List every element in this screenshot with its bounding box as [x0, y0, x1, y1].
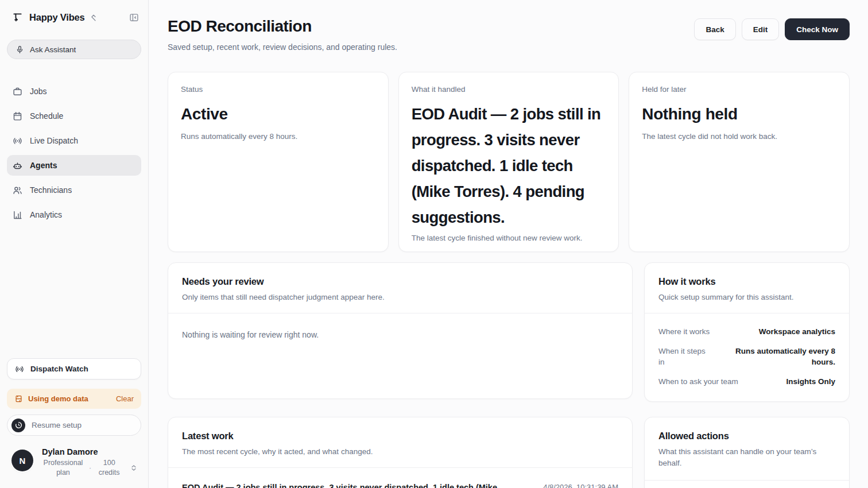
- section-subtitle: The most recent cycle, why it acted, and…: [182, 446, 618, 458]
- allowed-actions-body: analytics read On: [645, 481, 849, 488]
- bot-icon: [13, 161, 22, 171]
- header-actions: Back Edit Check Now: [694, 18, 850, 40]
- section-subtitle: What this assistant can handle on your t…: [658, 446, 835, 470]
- collapse-sidebar-icon[interactable]: [129, 13, 139, 22]
- sidebar-item-analytics[interactable]: Analytics: [7, 204, 141, 225]
- demo-data-banner: Using demo data Clear: [7, 389, 141, 409]
- separator-dot: ·: [89, 463, 91, 473]
- dispatch-watch-button[interactable]: Dispatch Watch: [7, 358, 141, 379]
- page-subtitle: Saved setup, recent work, review decisio…: [168, 42, 397, 52]
- sidebar-item-jobs[interactable]: Jobs: [7, 81, 141, 102]
- bar-chart-icon: [13, 210, 22, 220]
- chevrons-up-down-icon[interactable]: [130, 464, 138, 472]
- sidebar-item-technicians[interactable]: Technicians: [7, 180, 141, 200]
- avatar: N: [11, 450, 33, 471]
- microphone-icon: [16, 45, 24, 54]
- check-now-button[interactable]: Check Now: [785, 18, 850, 40]
- status-card: Status Active Runs automatically every 8…: [168, 72, 389, 252]
- stats-row: Status Active Runs automatically every 8…: [168, 72, 850, 252]
- user-credits: 100 credits: [96, 458, 122, 478]
- demo-data-label: Using demo data: [28, 394, 88, 403]
- stat-value: Active: [181, 101, 375, 127]
- work-entry-text: EOD Audit — 2 jobs still in progress. 3 …: [182, 482, 527, 488]
- setting-value: Insights Only: [786, 376, 835, 388]
- radio-icon: [13, 136, 22, 146]
- work-entry-timestamp: 4/8/2026, 10:31:39 AM: [543, 482, 618, 488]
- user-meta: Professional plan · 100 credits: [42, 458, 138, 478]
- stat-label: What it handled: [412, 85, 606, 94]
- user-info: Dylan Damore Professional plan · 100 cre…: [42, 447, 138, 478]
- section-title: Allowed actions: [658, 431, 835, 441]
- allowed-actions-card: Allowed actions What this assistant can …: [644, 417, 850, 488]
- demo-box-icon: [14, 394, 23, 403]
- stat-value: EOD Audit — 2 jobs still in progress. 3 …: [412, 101, 606, 230]
- sidebar-item-agents[interactable]: Agents: [7, 155, 141, 176]
- setting-label: When it steps in: [658, 346, 710, 368]
- workspace-name: Happy Vibes: [29, 12, 85, 23]
- setting-row: When to ask your team Insights Only: [658, 376, 835, 388]
- sidebar-item-label: Agents: [30, 161, 57, 170]
- ask-assistant-label: Ask Assistant: [30, 45, 76, 54]
- held-for-later-card: Held for later Nothing held The latest c…: [629, 72, 850, 252]
- setting-row: Where it works Workspace analytics: [658, 326, 835, 338]
- sidebar-nav: Jobs Schedule Live Dispatch: [7, 81, 141, 225]
- latest-work-card: Latest work The most recent cycle, why i…: [168, 417, 633, 488]
- needs-review-card: Needs your review Only items that still …: [168, 262, 633, 399]
- stat-desc: The latest cycle did not hold work back.: [642, 132, 836, 141]
- resume-setup-button[interactable]: Resume setup: [7, 415, 141, 436]
- stat-value: Nothing held: [642, 101, 836, 127]
- needs-review-empty-state: Nothing is waiting for review right now.: [168, 313, 632, 398]
- latest-work-header: Latest work The most recent cycle, why i…: [168, 417, 632, 468]
- section-title: Needs your review: [182, 276, 618, 287]
- page-header: EOD Reconciliation Saved setup, recent w…: [168, 17, 850, 52]
- dispatch-watch-label: Dispatch Watch: [30, 365, 88, 373]
- how-it-works-body: Where it works Workspace analytics When …: [645, 313, 849, 401]
- setting-label: When to ask your team: [658, 376, 738, 388]
- user-name: Dylan Damore: [42, 447, 138, 456]
- setting-label: Where it works: [658, 326, 710, 338]
- sidebar: Happy Vibes Ask Assistant: [0, 0, 149, 488]
- main-content: EOD Reconciliation Saved setup, recent w…: [149, 0, 868, 488]
- back-button[interactable]: Back: [694, 18, 735, 40]
- section-subtitle: Only items that still need dispatcher ju…: [182, 292, 618, 303]
- app-logo-icon: [11, 11, 24, 24]
- section-subtitle: Quick setup summary for this assistant.: [658, 292, 835, 303]
- sidebar-item-label: Technicians: [30, 185, 72, 195]
- middle-row: Needs your review Only items that still …: [168, 262, 850, 402]
- sidebar-item-label: Jobs: [30, 87, 47, 96]
- stat-label: Held for later: [642, 85, 836, 94]
- how-it-works-card: How it works Quick setup summary for thi…: [644, 262, 850, 402]
- setting-row: When it steps in Runs automatically ever…: [658, 346, 835, 368]
- stat-desc: Runs automatically every 8 hours.: [181, 132, 375, 141]
- setting-value: Workspace analytics: [759, 326, 835, 338]
- sidebar-item-label: Analytics: [30, 210, 62, 219]
- briefcase-icon: [13, 87, 22, 96]
- ask-assistant-button[interactable]: Ask Assistant: [7, 40, 141, 59]
- bottom-row: Latest work The most recent cycle, why i…: [168, 417, 850, 488]
- chevrons-up-down-icon[interactable]: [90, 14, 98, 22]
- needs-review-header: Needs your review Only items that still …: [168, 263, 632, 313]
- progress-loader-icon: [11, 419, 25, 432]
- calendar-icon: [13, 111, 22, 121]
- allowed-actions-header: Allowed actions What this assistant can …: [645, 417, 849, 481]
- section-title: Latest work: [182, 431, 618, 441]
- work-entry-row: EOD Audit — 2 jobs still in progress. 3 …: [182, 482, 618, 488]
- user-menu[interactable]: N Dylan Damore Professional plan · 100 c…: [7, 447, 141, 478]
- resume-setup-label: Resume setup: [32, 421, 82, 429]
- latest-work-body: EOD Audit — 2 jobs still in progress. 3 …: [168, 468, 632, 488]
- user-plan: Professional plan: [42, 458, 84, 478]
- workspace-switcher[interactable]: Happy Vibes: [7, 11, 141, 24]
- clear-demo-data-button[interactable]: Clear: [116, 394, 134, 403]
- sidebar-item-schedule[interactable]: Schedule: [7, 106, 141, 126]
- stat-desc: The latest cycle finished without new re…: [412, 234, 606, 242]
- sidebar-item-label: Schedule: [30, 111, 63, 121]
- radio-icon: [15, 365, 24, 374]
- sidebar-item-label: Live Dispatch: [30, 136, 78, 145]
- stat-label: Status: [181, 85, 375, 94]
- section-title: How it works: [658, 276, 835, 287]
- edit-button[interactable]: Edit: [742, 18, 780, 40]
- what-it-handled-card: What it handled EOD Audit — 2 jobs still…: [398, 72, 619, 252]
- page-title: EOD Reconciliation: [168, 17, 397, 36]
- setting-value: Runs automatically every 8 hours.: [720, 346, 835, 368]
- sidebar-item-live-dispatch[interactable]: Live Dispatch: [7, 130, 141, 151]
